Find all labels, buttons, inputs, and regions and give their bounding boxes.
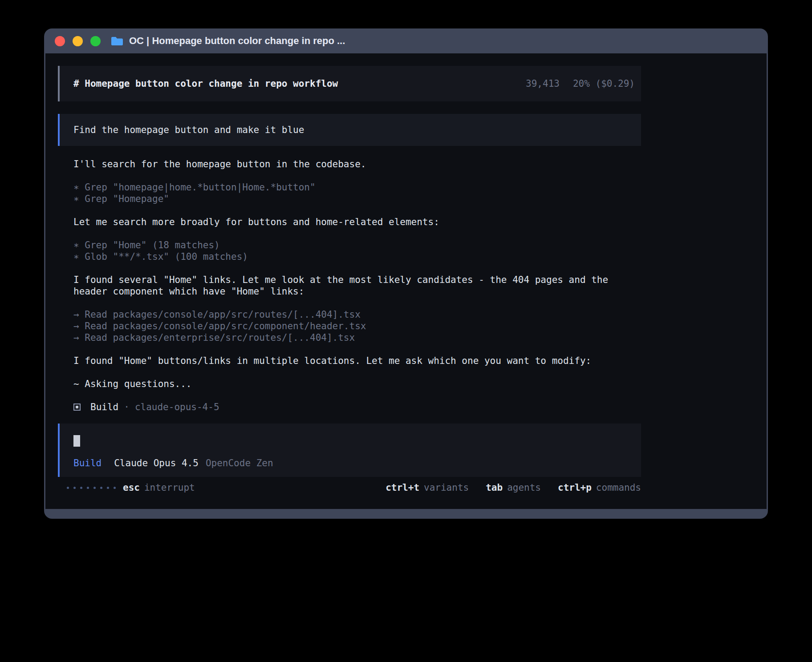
agent-name: Build	[90, 401, 118, 413]
user-message-text: Find the homepage button and make it blu…	[73, 125, 304, 135]
assistant-text: I found several "Home" links. Let me loo…	[73, 274, 641, 297]
shortcut-commands[interactable]: ctrl+p commands	[558, 482, 641, 493]
assistant-text: I found "Home" buttons/links in multiple…	[73, 355, 641, 367]
input-mode[interactable]: Build	[73, 457, 102, 469]
window-bottom-edge	[44, 509, 768, 519]
shortcut-label: commands	[596, 482, 641, 493]
assistant-text: Let me search more broadly for buttons a…	[73, 216, 641, 228]
agent-model: claude-opus-4-5	[135, 401, 219, 413]
shortcut-key: ctrl+p	[558, 482, 592, 493]
tool-call-grep: ∗ Grep "Homepage"	[73, 193, 641, 205]
agent-status-line: Build · claude-opus-4-5	[73, 401, 641, 413]
agent-icon	[73, 404, 81, 411]
context-usage: 20% ($0.29)	[573, 78, 635, 89]
tool-call-read: → Read packages/console/app/src/routes/[…	[73, 309, 641, 320]
session-title: # Homepage button color change in repo w…	[73, 78, 338, 89]
agent-separator: ·	[124, 401, 130, 413]
interrupt-label: interrupt	[144, 482, 195, 493]
prompt-input[interactable]: Build Claude Opus 4.5 OpenCode Zen	[58, 424, 641, 477]
input-model[interactable]: Claude Opus 4.5	[114, 457, 199, 469]
user-message: Find the homepage button and make it blu…	[58, 114, 641, 146]
shortcut-key: ctrl+t	[386, 482, 419, 493]
assistant-status-text: ~ Asking questions...	[73, 378, 641, 390]
shortcut-agents[interactable]: tab agents	[486, 482, 541, 493]
folder-icon	[110, 36, 124, 46]
minimize-button[interactable]	[73, 36, 83, 46]
assistant-text: I'll search for the homepage button in t…	[73, 158, 641, 170]
terminal-window: OC | Homepage button color change in rep…	[44, 28, 768, 519]
session-stats: 39,413 20% ($0.29)	[526, 78, 635, 89]
shortcut-variants[interactable]: ctrl+t variants	[386, 482, 469, 493]
input-provider: OpenCode Zen	[206, 457, 273, 469]
zoom-button[interactable]	[90, 36, 101, 46]
text-cursor	[73, 435, 80, 447]
shortcut-label: variants	[424, 482, 469, 493]
status-bar-right: ctrl+t variants tab agents ctrl+p comman…	[386, 482, 641, 493]
tool-call-read: → Read packages/console/app/src/componen…	[73, 320, 641, 332]
tool-call-grep: ∗ Grep "homepage|home.*button|Home.*butt…	[73, 182, 641, 193]
terminal-content: # Homepage button color change in repo w…	[45, 53, 767, 509]
shortcut-key: tab	[486, 482, 503, 493]
interrupt-key[interactable]: esc	[123, 482, 140, 493]
window-titlebar[interactable]: OC | Homepage button color change in rep…	[44, 28, 768, 53]
tool-call-read: → Read packages/enterprise/src/routes/[.…	[73, 332, 641, 343]
close-button[interactable]	[55, 36, 65, 46]
input-meta: Build Claude Opus 4.5 OpenCode Zen	[73, 457, 635, 469]
spinner-dots-icon	[67, 487, 116, 489]
traffic-lights	[55, 36, 101, 46]
shortcut-label: agents	[507, 482, 541, 493]
status-bar-left: esc interrupt	[58, 482, 195, 493]
window-title: OC | Homepage button color change in rep…	[129, 35, 345, 47]
status-bar: esc interrupt ctrl+t variants tab agents…	[58, 482, 641, 493]
session-header: # Homepage button color change in repo w…	[58, 66, 641, 101]
token-count: 39,413	[526, 78, 560, 89]
tool-call-glob: ∗ Glob "**/*.tsx" (100 matches)	[73, 251, 641, 262]
tool-call-grep: ∗ Grep "Home" (18 matches)	[73, 239, 641, 251]
